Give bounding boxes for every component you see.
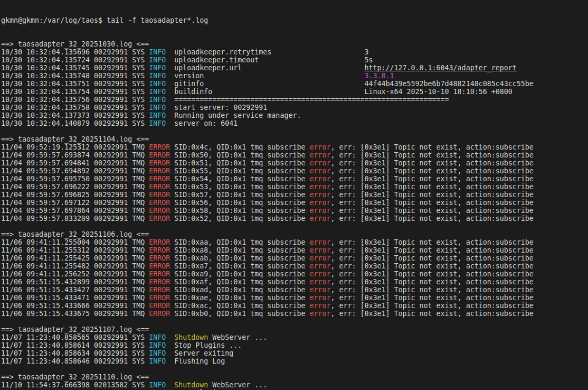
log-segment-error: error <box>309 175 330 183</box>
log-segment-fg: 11/07 11:23:40.858634 00292991 SYS <box>1 349 149 357</box>
log-segment-fg: Flushing Log <box>166 357 225 365</box>
log-segment-fg: SID:0x51, QID:0x1 tmq subscribe <box>170 159 309 167</box>
log-line: 11/07 11:23:40.858565 00292991 SYS INFO … <box>1 333 588 341</box>
log-segment-fg: 10/30 10:32:04.135751 00292991 SYS <box>1 80 149 88</box>
log-segment-error: ERROR <box>149 270 170 278</box>
log-segment-fg: 11/07 11:23:40.858565 00292991 SYS <box>1 333 149 341</box>
log-segment-fg: , err: [0x3e1] Topic not exist, action:s… <box>330 254 533 262</box>
log-segment-error: ERROR <box>149 151 170 159</box>
log-segment-info: INFO <box>149 112 166 119</box>
log-segment-error: error <box>309 270 330 278</box>
log-segment-fg: version <box>166 72 364 80</box>
log-segment-error: error <box>309 262 330 270</box>
log-segment-error: ERROR <box>149 159 170 167</box>
log-segment-info: INFO <box>149 72 166 80</box>
log-segment-fg: 11/06 09:41:11.255482 00292991 TMQ <box>1 262 149 270</box>
log-line: 11/06 09:51:15.432899 00292991 TMQ ERROR… <box>1 278 588 286</box>
log-line: 10/30 10:32:04.140879 00292991 SYS INFO … <box>1 119 588 127</box>
log-segment-info: INFO <box>149 349 166 357</box>
file-header: ==> taosadapter_32_20251106.log <== <box>1 230 588 238</box>
log-line: 11/04 09:59:57.697122 00292991 TMQ ERROR… <box>1 199 588 207</box>
log-segment-fg: 10/30 10:32:04.137373 00292991 SYS <box>1 112 149 119</box>
log-segment-fg: 11/06 09:51:15.433471 00292991 TMQ <box>1 294 149 302</box>
log-segment-error: ERROR <box>149 254 170 262</box>
log-segment-error: error <box>309 278 330 286</box>
log-segment-fg: 10/30 10:32:04.135696 00292991 SYS <box>1 48 149 56</box>
log-segment-info: INFO <box>149 357 166 365</box>
log-segment-fg: 11/04 09:59:57.833209 00292991 TMQ <box>1 215 149 222</box>
log-segment-info: INFO <box>149 333 166 341</box>
log-segment-fg: , err: [0x3e1] Topic not exist, action:s… <box>330 199 533 207</box>
log-segment-fg: 11/04 09:59:57.693874 00292991 TMQ <box>1 151 149 159</box>
log-segment-error: error <box>309 191 330 199</box>
log-segment-fg: 11/07 11:23:40.858646 00292991 SYS <box>1 357 149 365</box>
log-segment-error: ERROR <box>149 238 170 246</box>
log-segment-info: INFO <box>149 104 166 112</box>
log-line: 11/04 09:59:57.697864 00292991 TMQ ERROR… <box>1 207 588 215</box>
log-segment-fg: server on: 6041 <box>166 119 238 127</box>
log-line: 10/30 10:32:04.135745 00292991 SYS INFO … <box>1 64 588 72</box>
shell-prompt-line: gkmn@gkmn:/var/log/taos$ tail -f taosada… <box>1 16 588 24</box>
log-segment-error: ERROR <box>149 199 170 207</box>
log-segment-error: ERROR <box>149 143 170 151</box>
file-header: ==> taosadapter_32_20251107.log <== <box>1 326 588 333</box>
log-segment-error: ERROR <box>149 215 170 222</box>
log-line: 11/06 09:41:11.256252 00292991 TMQ ERROR… <box>1 270 588 278</box>
log-segment-fg: SID:0xac, QID:0x1 tmq subscribe <box>170 302 309 310</box>
log-line: 11/06 09:51:15.433666 00292991 TMQ ERROR… <box>1 302 588 310</box>
log-segment-fg: 11/04 09:52:19.125312 00292991 TMQ <box>1 143 149 151</box>
log-line: 11/10 11:54:37.666398 02013582 SYS INFO … <box>1 381 588 389</box>
log-segment-fg: SID:0x54, QID:0x1 tmq subscribe <box>170 175 309 183</box>
log-segment-yellow: Shutdown <box>174 381 208 389</box>
log-segment-error: ERROR <box>149 246 170 254</box>
log-line: 11/06 09:41:11.255482 00292991 TMQ ERROR… <box>1 262 588 270</box>
log-output: ==> taosadapter_32_20251030.log <==10/30… <box>1 40 588 390</box>
log-segment-fg: SID:0x58, QID:0x1 tmq subscribe <box>170 207 309 215</box>
log-segment-fg: 10/30 10:32:04.135745 00292991 SYS <box>1 64 149 72</box>
log-segment-fg: , err: [0x3e1] Topic not exist, action:s… <box>330 310 533 318</box>
log-segment-fg: 5s <box>365 56 373 64</box>
log-segment-fg: SID:0x52, QID:0x1 tmq subscribe <box>170 215 309 222</box>
log-segment-error: ERROR <box>149 207 170 215</box>
log-segment-fg: 10/30 10:32:04.135758 00292991 SYS <box>1 104 149 112</box>
log-segment-info: INFO <box>149 341 166 349</box>
log-segment-fg: 11/10 11:54:37.666398 02013582 SYS <box>1 381 149 389</box>
log-line: 11/06 09:41:11.255004 00292991 TMQ ERROR… <box>1 238 588 246</box>
log-segment-error: ERROR <box>149 167 170 175</box>
log-segment-fg: SID:0xae, QID:0x1 tmq subscribe <box>170 294 309 302</box>
log-segment-fg <box>166 381 174 389</box>
log-segment-fg: , err: [0x3e1] Topic not exist, action:s… <box>330 167 533 175</box>
log-segment-error: ERROR <box>149 191 170 199</box>
log-segment-fg: SID:0xaa, QID:0x1 tmq subscribe <box>170 238 309 246</box>
log-line: 11/04 09:59:57.693874 00292991 TMQ ERROR… <box>1 151 588 159</box>
log-segment-yellow: Shutdown <box>174 333 208 341</box>
log-segment-error: error <box>309 143 330 151</box>
log-segment-fg: SID:0x55, QID:0x1 tmq subscribe <box>170 167 309 175</box>
file-header: ==> taosadapter_32_20251110.log <== <box>1 373 588 381</box>
log-line: 11/04 09:59:57.833209 00292991 TMQ ERROR… <box>1 215 588 222</box>
log-segment-error: error <box>309 310 330 318</box>
log-segment-fg: 11/04 09:59:57.697864 00292991 TMQ <box>1 207 149 215</box>
terminal-window: gkmn@gkmn:/var/log/taos$ tail -f taosada… <box>0 0 588 390</box>
blank-line <box>1 318 588 326</box>
log-segment-fg: 11/06 09:41:11.256252 00292991 TMQ <box>1 270 149 278</box>
log-segment-fg: , err: [0x3e1] Topic not exist, action:s… <box>330 278 533 286</box>
log-segment-fg: WebServer ... <box>208 381 267 389</box>
shell-command[interactable]: tail -f taosadapter*.log <box>107 16 208 24</box>
log-segment-fg: 11/07 11:23:40.858614 00292991 SYS <box>1 341 149 349</box>
log-segment-fg: , err: [0x3e1] Topic not exist, action:s… <box>330 175 533 183</box>
log-segment-fg: Stop Plugins ... <box>166 341 242 349</box>
log-segment-error: ERROR <box>149 183 170 191</box>
log-segment-fg: , err: [0x3e1] Topic not exist, action:s… <box>330 294 533 302</box>
log-segment-fg: 11/06 09:51:15.433427 00292991 TMQ <box>1 286 149 294</box>
log-segment-fg: 11/04 09:59:57.694892 00292991 TMQ <box>1 167 149 175</box>
log-line: 11/04 09:59:57.696825 00292991 TMQ ERROR… <box>1 191 588 199</box>
log-segment-fg: SID:0x4c, QID:0x1 tmq subscribe <box>170 143 309 151</box>
log-segment-info: INFO <box>149 48 166 56</box>
log-segment-fg: , err: [0x3e1] Topic not exist, action:s… <box>330 151 533 159</box>
log-url-link[interactable]: http://127.0.0.1:6043/adapter_report <box>365 64 517 72</box>
log-segment-info: INFO <box>149 80 166 88</box>
log-line: 11/07 11:23:40.858646 00292991 SYS INFO … <box>1 357 588 365</box>
log-segment-error: error <box>309 254 330 262</box>
log-segment-fg: ========================================… <box>166 96 449 104</box>
